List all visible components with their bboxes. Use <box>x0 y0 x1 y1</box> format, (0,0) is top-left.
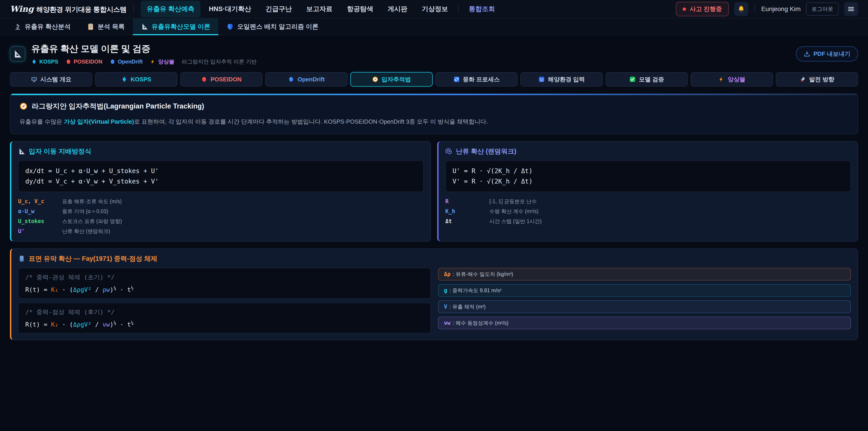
subtab-label: 오일펜스 배치 알고리즘 이론 <box>237 22 318 31</box>
app-title: 해양환경 위기대응 통합시스템 <box>36 5 127 14</box>
code-line: U' = R · √(2K_h / Δt) <box>453 166 844 176</box>
blue-circle-icon <box>110 59 116 65</box>
divider <box>754 4 755 14</box>
nav-item-oil-spill-prediction[interactable]: 유출유 확산예측 <box>141 1 200 18</box>
notifications-button[interactable] <box>734 2 748 16</box>
legend-symbol: K_h <box>445 208 489 214</box>
panel-title-row: 표면 유막 확산 — Fay(1971) 중력-점성 체제 <box>18 254 851 263</box>
logout-button[interactable]: 로그아웃 <box>806 2 839 16</box>
red-circle-icon <box>66 59 71 65</box>
subtab-oil-fence-algorithm-theory[interactable]: 오일펜스 배치 알고리즘 이론 <box>218 19 327 35</box>
spiral-icon <box>445 148 453 155</box>
panel-title: 표면 유막 확산 — Fay(1971) 중력-점성 체제 <box>29 254 157 263</box>
variable-pill-volume: V : 유출 체적 (m³) <box>438 300 851 313</box>
tab-ensemble[interactable]: 앙상블 <box>690 72 773 87</box>
nav-item-reports[interactable]: 보고자료 <box>300 1 339 18</box>
tab-model-validation[interactable]: 모델 검증 <box>606 72 688 87</box>
microscope-icon <box>14 23 21 30</box>
formula-seg: · t <box>116 286 131 293</box>
tab-label: POSEIDON <box>211 76 241 83</box>
code-comment: /* 중력-관성 체제 (초기) */ <box>25 273 424 281</box>
fay-content-grid: /* 중력-관성 체제 (초기) */ R(t) = K₁ · (ΔρgV² /… <box>18 268 851 333</box>
formula-seg: ΔρgV² <box>73 286 91 293</box>
pill-desc: : 중력가속도 9.81 m/s² <box>450 287 501 294</box>
rocket-icon <box>800 76 806 83</box>
formula-seg: / <box>92 321 103 328</box>
nav-item-emergency-rescue[interactable]: 긴급구난 <box>259 1 298 18</box>
legend-symbol: Δt <box>445 218 489 224</box>
nav-item-aerial-search[interactable]: 항공탐색 <box>341 1 379 18</box>
section-tab-row: 시스템 개요 KOSPS POSEIDON OpenDrift 입자추적법 풍화… <box>10 72 858 87</box>
subtab-analysis-list[interactable]: 분석 목록 <box>79 19 133 35</box>
diamond-icon <box>31 59 37 65</box>
banner-desc-post: 로 표현하여, 각 입자의 이동 경로를 시간 단계마다 추적하는 방법입니다.… <box>134 118 488 125</box>
formula-seg: νw <box>102 321 110 328</box>
formula-exponent: ¼ <box>114 285 116 291</box>
badge-label: OpenDrift <box>118 59 143 65</box>
nav-item-weather-info[interactable]: 기상정보 <box>416 1 454 18</box>
subtab-label: 유출유확산모델 이론 <box>152 22 211 31</box>
tab-kosps[interactable]: KOSPS <box>95 72 177 87</box>
formula-seg: ΔρgV² <box>73 321 91 328</box>
tab-particle-tracking[interactable]: 입자추적법 <box>350 72 433 87</box>
hamburger-icon <box>847 5 855 13</box>
nav-item-integrated-search[interactable]: 통합조회 <box>463 1 501 18</box>
tab-future-direction[interactable]: 발전 방향 <box>776 72 858 87</box>
tab-label: 모델 검증 <box>639 75 664 83</box>
monitor-icon <box>31 76 37 83</box>
fay-formula: R(t) = K₁ · (ΔρgV² / ρw)¼ · t½ <box>25 285 424 293</box>
legend-symbol: U_stokes <box>18 218 62 224</box>
fay-formula: R(t) = K₂ · (ΔρgV² / νw)⅙ · t¼ <box>25 320 424 328</box>
divider <box>458 5 459 13</box>
formula-seg: · ( <box>58 286 73 293</box>
blue-circle-icon <box>288 76 294 83</box>
bolt-icon <box>150 59 156 65</box>
pill-symbol: νw <box>444 320 451 326</box>
fay-gravity-inertia-code: /* 중력-관성 체제 (초기) */ R(t) = K₁ · (ΔρgV² /… <box>18 268 431 299</box>
banner-desc-pre: 유출유를 수많은 <box>20 118 64 125</box>
tab-label: KOSPS <box>131 76 151 83</box>
incident-status-badge[interactable]: 사고 진행중 <box>676 2 729 16</box>
formula-panel-row: 입자 이동 지배방정식 dx/dt = U_c + α·U_w + U_stok… <box>10 141 858 242</box>
nav-item-hns-atmospheric[interactable]: HNS·대기확산 <box>203 1 257 18</box>
pill-desc: : 유류-해수 밀도차 (kg/m³) <box>453 271 513 278</box>
red-circle-icon <box>201 76 207 83</box>
nav-item-board[interactable]: 게시판 <box>381 1 413 18</box>
panel-title: 난류 확산 (랜덤워크) <box>456 147 516 156</box>
legend-desc: 표층 해류·조류 속도 (m/s) <box>62 198 424 205</box>
panel-title-row: 입자 이동 지배방정식 <box>18 147 424 156</box>
tab-opendrift[interactable]: OpenDrift <box>265 72 347 87</box>
formula-seg: ) <box>110 321 114 328</box>
formula-exponent: ½ <box>131 285 133 291</box>
formula-exponent: ¼ <box>131 320 133 326</box>
diamond-icon <box>121 76 127 83</box>
tab-label: 앙상블 <box>727 75 745 83</box>
lagrangian-banner: 라그랑지안 입자추적법(Lagrangian Particle Tracking… <box>10 93 858 134</box>
formula-seg: R(t) = <box>25 286 51 293</box>
formula-seg: K₁ <box>51 286 59 293</box>
tab-weathering-process[interactable]: 풍화 프로세스 <box>435 72 518 87</box>
pdf-export-label: PDF 내보내기 <box>813 50 850 58</box>
bolt-icon <box>718 76 724 83</box>
tab-marine-environment-input[interactable]: 해양환경 입력 <box>520 72 602 87</box>
page-header: 유출유 확산 모델 이론 및 검증 KOSPS POSEIDON OpenDri… <box>0 35 868 70</box>
badge-opendrift: OpenDrift <box>110 59 143 65</box>
compass-icon <box>20 102 28 110</box>
pdf-export-button[interactable]: PDF 내보내기 <box>796 46 858 61</box>
subtab-oil-spill-analysis[interactable]: 유출유 확산분석 <box>6 19 79 35</box>
badge-poseidon: POSEIDON <box>66 59 102 65</box>
pill-symbol: V <box>444 304 447 310</box>
banner-title-row: 라그랑지안 입자추적법(Lagrangian Particle Tracking… <box>20 101 848 111</box>
fay-variable-column: Δρ : 유류-해수 밀도차 (kg/m³) g : 중력가속도 9.81 m/… <box>438 268 851 329</box>
badge-kosps: KOSPS <box>31 59 58 65</box>
app-logo[interactable]: Wing 해양환경 위기대응 통합시스템 <box>10 4 127 14</box>
menu-button[interactable] <box>844 2 858 16</box>
page-header-texts: 유출유 확산 모델 이론 및 검증 KOSPS POSEIDON OpenDri… <box>31 42 256 65</box>
tab-poseidon[interactable]: POSEIDON <box>180 72 262 87</box>
code-line: dx/dt = U_c + α·U_w + U_stokes + U' <box>25 166 416 176</box>
subtab-diffusion-model-theory[interactable]: 유출유확산모델 이론 <box>133 19 219 35</box>
page-icon-tile <box>10 46 25 62</box>
tab-system-overview[interactable]: 시스템 개요 <box>10 72 92 87</box>
badge-label: 앙상블 <box>158 58 174 65</box>
user-name: Eunjeong Kim <box>761 5 801 13</box>
